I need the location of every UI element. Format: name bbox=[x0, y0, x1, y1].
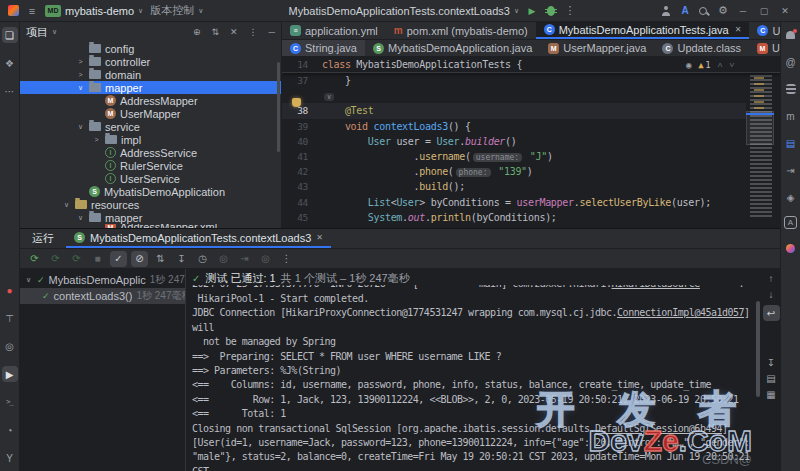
intention-actions-icon[interactable]: ∨ bbox=[324, 93, 334, 101]
maven-toolwindow-icon[interactable]: m bbox=[783, 108, 799, 124]
code-editor[interactable]: ◉ ▲1 ˄ ˅ 14 class MybatisDemoApplication… bbox=[282, 57, 780, 228]
terminal-toolwindow-icon[interactable]: >_ bbox=[2, 394, 18, 410]
locate-file-icon[interactable]: ⊕ bbox=[193, 27, 201, 37]
show-ignored-icon[interactable]: ⊘ bbox=[131, 251, 148, 267]
settings-button[interactable]: ⚙ bbox=[717, 4, 729, 17]
tab-application-java[interactable]: SMybatisDemoApplication.java bbox=[365, 40, 540, 56]
console-scrollbar[interactable] bbox=[756, 301, 760, 397]
translate-button[interactable]: A bbox=[679, 5, 691, 16]
documentation-toolwindow-icon[interactable]: ▤ bbox=[783, 135, 799, 151]
test-root-row[interactable]: ∨ ✓ MybatisDemoApplic 1秒 247毫秒 bbox=[20, 272, 185, 288]
run-configuration-widget[interactable]: MybatisDemoApplicationTests.contextLoads… bbox=[289, 5, 519, 17]
run-toolwindow-icon[interactable]: ▶ bbox=[2, 366, 18, 382]
vcs-widget[interactable]: 版本控制 ∨ bbox=[150, 3, 203, 18]
tree-item-mapper[interactable]: ∨mapper bbox=[20, 81, 281, 94]
show-passed-icon[interactable]: ✓ bbox=[110, 251, 127, 267]
tree-item-usermapper[interactable]: MUserMapper bbox=[20, 107, 281, 120]
tab-update-class[interactable]: CUpdate.class bbox=[654, 40, 749, 56]
minimap[interactable] bbox=[746, 57, 780, 228]
tab-application-yml[interactable]: ≡application.yml bbox=[282, 22, 386, 39]
right-toolwindow-strip: @ m ▤ ⇥ ◈ A bbox=[780, 22, 800, 471]
more-actions-button[interactable]: ⋮ bbox=[564, 4, 576, 17]
tree-item-addressmapper-xml[interactable]: MAddressMapper.xml bbox=[20, 224, 281, 228]
tree-item-resources-mapper[interactable]: ∨mapper bbox=[20, 211, 281, 224]
scroll-down-icon[interactable]: ↓ bbox=[769, 289, 774, 300]
maximize-button[interactable]: ▢ bbox=[757, 6, 771, 16]
expand-selection-icon[interactable]: ⇅ bbox=[212, 27, 220, 37]
next-problem-icon[interactable]: ˅ bbox=[729, 60, 734, 70]
minimap-viewport[interactable] bbox=[746, 111, 774, 145]
scroll-up-icon[interactable]: ↑ bbox=[769, 273, 774, 284]
tab-tests-java[interactable]: CMybatisDemoApplicationTests.java✕ bbox=[536, 22, 750, 39]
console-output[interactable]: 2024-07-25 17:33:37.776 INFO 26726 --- [… bbox=[192, 285, 758, 471]
reader-mode-icon[interactable]: ◉ bbox=[686, 60, 691, 70]
database-toolwindow-icon[interactable] bbox=[783, 81, 799, 97]
sort-by-duration-icon[interactable]: ↧ bbox=[173, 251, 190, 267]
tree-item-impl[interactable]: >impl bbox=[20, 133, 281, 146]
scroll-to-end-icon[interactable]: ↧ bbox=[767, 357, 775, 368]
hide-panel-icon[interactable]: ─ bbox=[269, 27, 275, 37]
warnings-indicator[interactable]: ▲1 bbox=[698, 60, 710, 70]
test-history-icon[interactable]: ◷ bbox=[194, 251, 211, 267]
tab-pom-xml[interactable]: mpom.xml (mybatis-demo) bbox=[386, 22, 536, 39]
translation-toolwindow-icon[interactable]: A bbox=[784, 216, 797, 229]
rerun-failed-tests-icon[interactable]: ⟳ bbox=[47, 251, 64, 267]
run-button[interactable]: ▶ bbox=[526, 6, 538, 16]
run-tab-contextloads3[interactable]: S MybatisDemoApplicationTests.contextLoa… bbox=[66, 229, 331, 248]
tree-item-config[interactable]: config bbox=[20, 42, 281, 55]
tree-item-rulerservice[interactable]: IRulerService bbox=[20, 159, 281, 172]
vcs-label: 版本控制 bbox=[150, 3, 194, 18]
soft-wrap-icon[interactable]: ↩ bbox=[763, 305, 780, 321]
pin-tab-icon[interactable]: ◎ bbox=[215, 251, 232, 267]
tree-item-addressservice[interactable]: IAddressService bbox=[20, 146, 281, 159]
profile-button[interactable] bbox=[660, 6, 672, 16]
panel-options-icon[interactable]: ⋮ bbox=[249, 27, 258, 37]
collapse-all-icon[interactable]: ✕ bbox=[230, 27, 238, 37]
tree-item-addressmapper[interactable]: MAddressMapper bbox=[20, 94, 281, 107]
test-case-row[interactable]: ✓ contextLoads3() 1秒 247毫秒 bbox=[20, 288, 185, 304]
git-toolwindow-icon[interactable]: Y bbox=[2, 450, 18, 466]
more-toolwindows-icon[interactable]: ⋯ bbox=[2, 83, 18, 99]
endpoints-toolwindow-icon[interactable]: ⇥ bbox=[783, 162, 799, 178]
settings-sync-icon[interactable] bbox=[783, 240, 799, 256]
close-button[interactable]: ✕ bbox=[778, 6, 792, 16]
gradle-toolwindow-icon[interactable]: ◈ bbox=[783, 189, 799, 205]
tree-item-userservice[interactable]: IUserService bbox=[20, 172, 281, 185]
debug-button[interactable] bbox=[545, 6, 557, 16]
project-toolwindow-icon[interactable]: ❏ bbox=[2, 27, 18, 43]
toggle-auto-test-icon[interactable]: ⟳ bbox=[68, 251, 85, 267]
tree-item-resources[interactable]: ∨resources bbox=[20, 198, 281, 211]
close-tab-icon[interactable]: ✕ bbox=[735, 25, 742, 34]
notifications-icon[interactable] bbox=[783, 27, 799, 43]
import-test-results-icon[interactable]: ⇥ bbox=[236, 251, 253, 267]
package-icon bbox=[89, 44, 101, 53]
sort-alphabetically-icon[interactable]: ⇅ bbox=[152, 251, 169, 267]
print-icon[interactable]: ▤ bbox=[766, 373, 775, 384]
clear-all-icon[interactable]: ▦ bbox=[766, 389, 775, 400]
main-menu-icon[interactable]: ≡ bbox=[26, 5, 38, 17]
navigate-with-single-click-icon[interactable]: ◎ bbox=[257, 251, 274, 267]
tree-item-domain[interactable]: >domain bbox=[20, 68, 281, 81]
structure-toolwindow-icon[interactable]: ❖ bbox=[2, 55, 18, 71]
minimize-button[interactable]: ─ bbox=[736, 6, 750, 16]
close-tab-icon[interactable]: ✕ bbox=[316, 233, 323, 242]
tree-scrollbar[interactable] bbox=[277, 62, 280, 152]
rerun-tests-icon[interactable]: ⟳ bbox=[26, 251, 43, 267]
search-everywhere-button[interactable] bbox=[698, 7, 710, 15]
more-options-icon[interactable]: ⋮ bbox=[278, 251, 295, 267]
problems-toolwindow-icon[interactable]: ◔ bbox=[2, 422, 18, 438]
chevron-down-icon[interactable]: ∨ bbox=[52, 28, 57, 36]
tab-usermapper-java[interactable]: MUserMapper.java bbox=[540, 40, 654, 56]
ai-assistant-icon[interactable]: @ bbox=[783, 54, 799, 70]
project-widget[interactable]: MD mybatis-demo ∨ bbox=[45, 5, 143, 17]
stop-icon[interactable]: ■ bbox=[89, 251, 106, 267]
debugger-toolwindow-icon[interactable]: ● bbox=[2, 282, 18, 298]
todo-toolwindow-icon[interactable]: ⊤ bbox=[2, 310, 18, 326]
tree-item-controller[interactable]: >controller bbox=[20, 55, 281, 68]
tab-string-java[interactable]: CString.java bbox=[282, 40, 365, 56]
tree-item-application[interactable]: SMybatisDemoApplication bbox=[20, 185, 281, 198]
coverage-toolwindow-icon[interactable]: ◎ bbox=[2, 338, 18, 354]
prev-problem-icon[interactable]: ˄ bbox=[717, 60, 722, 70]
test-console[interactable]: ✓ 测试 已通过: 1 共 1 个测试 – 1秒 247毫秒 2024-07-2… bbox=[186, 269, 762, 471]
tree-item-service[interactable]: ∨service bbox=[20, 120, 281, 133]
